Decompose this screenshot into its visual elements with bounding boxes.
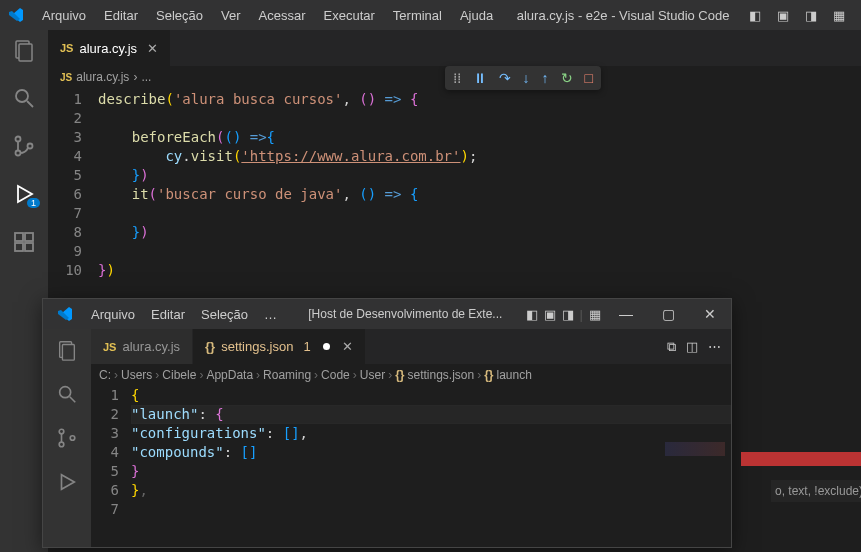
window-title: alura.cy.js - e2e - Visual Studio Code (501, 8, 745, 23)
toggle-panel-bottom-icon[interactable]: ▣ (773, 8, 793, 23)
main-menu: Arquivo Editar Seleção Ver Acessar Execu… (34, 4, 501, 27)
panel-bottom-icon[interactable]: ▣ (544, 307, 556, 322)
line-gutter: 12345678910 (48, 90, 98, 280)
code-lines[interactable]: describe('alura busca cursos', () => { b… (98, 90, 861, 280)
minimap-region (665, 442, 725, 456)
menu-selecao[interactable]: Seleção (148, 4, 211, 27)
debug-toolbar[interactable]: ⁞⁞ ⏸ ↷ ↓ ↑ ↻ □ (445, 66, 601, 90)
js-file-icon: JS (60, 42, 73, 54)
sub-tab-alura[interactable]: JS alura.cy.js (91, 329, 193, 364)
svg-rect-9 (15, 243, 23, 251)
menu-terminal[interactable]: Terminal (385, 4, 450, 27)
layout-icon[interactable]: ▦ (589, 307, 601, 322)
svg-rect-12 (62, 345, 74, 361)
explorer-icon[interactable] (12, 38, 36, 62)
bc-seg[interactable]: User (360, 368, 385, 382)
sub-breadcrumb[interactable]: C:› Users› Cibele› AppData› Roaming› Cod… (91, 364, 731, 386)
svg-point-17 (70, 436, 75, 441)
bc-seg[interactable]: Roaming (263, 368, 311, 382)
source-control-icon[interactable] (12, 134, 36, 158)
split-editor-icon[interactable]: ◫ (686, 339, 698, 355)
debug-step-over-icon[interactable]: ↷ (499, 70, 511, 86)
maximize-icon[interactable]: ▢ (651, 306, 685, 322)
tab-bar: JS alura.cy.js ✕ (48, 30, 861, 66)
svg-point-5 (16, 151, 21, 156)
bc-seg[interactable]: Code (321, 368, 350, 382)
js-file-icon: JS (60, 72, 72, 83)
run-debug-icon[interactable] (56, 471, 78, 493)
debug-badge: 1 (27, 198, 40, 208)
error-overview-ruler (741, 452, 861, 466)
bc-seg[interactable]: AppData (206, 368, 253, 382)
svg-point-16 (59, 442, 64, 447)
more-actions-icon[interactable]: ⋯ (708, 339, 721, 355)
svg-rect-8 (25, 233, 33, 241)
search-icon[interactable] (12, 86, 36, 110)
tab-label: alura.cy.js (79, 41, 137, 56)
sub-tab-bar: JS alura.cy.js {} settings.json 1 ✕ ⧉ ◫ … (91, 329, 731, 364)
breadcrumb-file[interactable]: alura.cy.js (76, 70, 129, 84)
json-file-icon: {} (205, 339, 215, 354)
bc-seg[interactable]: C: (99, 368, 111, 382)
sub-main-menu: Arquivo Editar Seleção … (83, 303, 285, 326)
debug-restart-icon[interactable]: ↻ (561, 70, 573, 86)
bc-seg[interactable]: Users (121, 368, 152, 382)
debug-pause-icon[interactable]: ⏸ (473, 70, 487, 86)
sub-window-controls: — ▢ ✕ (609, 306, 727, 322)
braces-icon: {} (484, 368, 493, 382)
svg-rect-10 (25, 243, 33, 251)
menu-executar[interactable]: Executar (316, 4, 383, 27)
layout-icon[interactable]: ▦ (829, 8, 849, 23)
menu-ver[interactable]: Ver (213, 4, 249, 27)
sub-tab-settings[interactable]: {} settings.json 1 ✕ (193, 329, 366, 364)
code-area[interactable]: 12345678910 describe('alura busca cursos… (48, 88, 861, 280)
panel-right-icon[interactable]: ◨ (562, 307, 574, 322)
debug-step-out-icon[interactable]: ↑ (542, 70, 549, 86)
svg-line-14 (70, 397, 76, 403)
modified-count: 1 (303, 339, 310, 354)
sub-titlebar: Arquivo Editar Seleção … [Host de Desenv… (43, 299, 731, 329)
sub-activity-bar (43, 329, 91, 547)
svg-point-4 (16, 137, 21, 142)
menu-arquivo[interactable]: Arquivo (34, 4, 94, 27)
explorer-icon[interactable] (56, 339, 78, 361)
extension-host-window[interactable]: Arquivo Editar Seleção … [Host de Desenv… (42, 298, 732, 548)
compare-icon[interactable]: ⧉ (667, 339, 676, 355)
source-control-icon[interactable] (56, 427, 78, 449)
breadcrumb-more[interactable]: ... (141, 70, 151, 84)
tab-label: alura.cy.js (122, 339, 180, 354)
vscode-logo-icon (57, 306, 73, 322)
menu-ajuda[interactable]: Ajuda (452, 4, 501, 27)
run-debug-icon[interactable]: 1 (12, 182, 36, 206)
sub-code-area[interactable]: 1234567 { "launch": { "configurations": … (91, 386, 731, 519)
menu-acessar[interactable]: Acessar (251, 4, 314, 27)
sub-menu-more[interactable]: … (256, 303, 285, 326)
sub-menu-editar[interactable]: Editar (143, 303, 193, 326)
titlebar: Arquivo Editar Seleção Ver Acessar Execu… (0, 0, 861, 30)
toggle-panel-right-icon[interactable]: ◨ (801, 8, 821, 23)
bc-seg[interactable]: settings.json (407, 368, 474, 382)
tab-alura[interactable]: JS alura.cy.js ✕ (48, 30, 171, 66)
js-file-icon: JS (103, 341, 116, 353)
debug-step-into-icon[interactable]: ↓ (523, 70, 530, 86)
minimize-icon[interactable]: — (609, 306, 643, 322)
close-icon[interactable]: ✕ (342, 339, 353, 354)
bc-seg[interactable]: Cibele (162, 368, 196, 382)
extensions-icon[interactable] (12, 230, 36, 254)
debug-drag-handle-icon[interactable]: ⁞⁞ (453, 70, 461, 86)
svg-point-2 (16, 90, 28, 102)
close-window-icon[interactable]: ✕ (693, 306, 727, 322)
sub-code-lines[interactable]: { "launch": { "configurations": [], "com… (131, 386, 731, 519)
sub-menu-selecao[interactable]: Seleção (193, 303, 256, 326)
bc-seg[interactable]: launch (497, 368, 532, 382)
debug-stop-icon[interactable]: □ (585, 70, 593, 86)
sub-menu-arquivo[interactable]: Arquivo (83, 303, 143, 326)
menu-editar[interactable]: Editar (96, 4, 146, 27)
toggle-panel-left-icon[interactable]: ◧ (745, 8, 765, 23)
svg-point-13 (60, 387, 71, 398)
layout-controls: ◧ ▣ ◨ ▦ (745, 8, 853, 23)
panel-left-icon[interactable]: ◧ (526, 307, 538, 322)
svg-rect-1 (19, 44, 32, 61)
close-icon[interactable]: ✕ (147, 41, 158, 56)
search-icon[interactable] (56, 383, 78, 405)
